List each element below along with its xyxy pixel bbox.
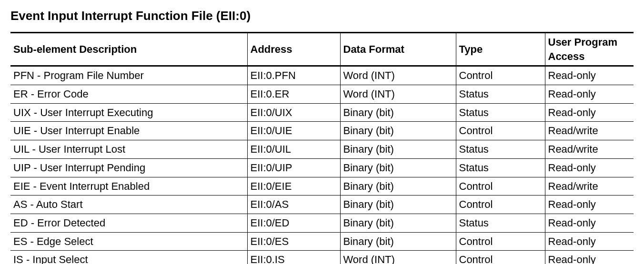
cell-address: EII:0/UIX bbox=[247, 103, 340, 122]
cell-address: EII:0/ED bbox=[247, 214, 340, 232]
cell-data-format: Word (INT) bbox=[340, 85, 456, 104]
col-header-access: User Program Access bbox=[545, 33, 634, 66]
cell-type: Status bbox=[456, 140, 545, 159]
cell-data-format: Binary (bit) bbox=[340, 103, 456, 122]
cell-access: Read-only bbox=[545, 251, 634, 264]
cell-data-format: Binary (bit) bbox=[340, 140, 456, 159]
cell-type: Control bbox=[456, 232, 545, 251]
cell-type: Control bbox=[456, 177, 545, 196]
cell-address: EII:0.ER bbox=[247, 85, 340, 104]
page-title: Event Input Interrupt Function File (EII… bbox=[10, 9, 634, 23]
cell-description: EIE - Event Interrupt Enabled bbox=[10, 177, 247, 196]
cell-data-format: Binary (bit) bbox=[340, 232, 456, 251]
cell-access: Read-only bbox=[545, 85, 634, 104]
table-row: UIE - User Interrupt EnableEII:0/UIEBina… bbox=[10, 122, 634, 140]
cell-access: Read-only bbox=[545, 196, 634, 214]
cell-access: Read-only bbox=[545, 232, 634, 251]
cell-description: ER - Error Code bbox=[10, 85, 247, 104]
table-row: UIP - User Interrupt PendingEII:0/UIPBin… bbox=[10, 158, 634, 177]
table-row: PFN - Program File NumberEII:0.PFNWord (… bbox=[10, 66, 634, 85]
table-row: AS - Auto StartEII:0/ASBinary (bit)Contr… bbox=[10, 196, 634, 214]
cell-data-format: Word (INT) bbox=[340, 251, 456, 264]
cell-address: EII:0/UIP bbox=[247, 158, 340, 177]
cell-description: UIX - User Interrupt Executing bbox=[10, 103, 247, 122]
cell-description: PFN - Program File Number bbox=[10, 66, 247, 85]
cell-data-format: Binary (bit) bbox=[340, 122, 456, 140]
cell-description: AS - Auto Start bbox=[10, 196, 247, 214]
table-row: ES - Edge SelectEII:0/ESBinary (bit)Cont… bbox=[10, 232, 634, 251]
cell-type: Control bbox=[456, 66, 545, 85]
table-row: UIX - User Interrupt ExecutingEII:0/UIXB… bbox=[10, 103, 634, 122]
table-header-row: Sub-element Description Address Data For… bbox=[10, 33, 634, 66]
cell-description: ED - Error Detected bbox=[10, 214, 247, 232]
col-header-description: Sub-element Description bbox=[10, 33, 247, 66]
table-body: PFN - Program File NumberEII:0.PFNWord (… bbox=[10, 66, 634, 264]
col-header-data-format: Data Format bbox=[340, 33, 456, 66]
table-row: IS - Input SelectEII:0.ISWord (INT)Contr… bbox=[10, 251, 634, 264]
cell-address: EII:0.PFN bbox=[247, 66, 340, 85]
cell-access: Read-only bbox=[545, 214, 634, 232]
cell-access: Read-only bbox=[545, 66, 634, 85]
cell-type: Status bbox=[456, 103, 545, 122]
function-file-table: Sub-element Description Address Data For… bbox=[10, 32, 634, 264]
cell-description: UIP - User Interrupt Pending bbox=[10, 158, 247, 177]
table-row: ER - Error CodeEII:0.ERWord (INT)StatusR… bbox=[10, 85, 634, 104]
table-row: ED - Error DetectedEII:0/EDBinary (bit)S… bbox=[10, 214, 634, 232]
cell-address: EII:0/AS bbox=[247, 196, 340, 214]
cell-data-format: Binary (bit) bbox=[340, 158, 456, 177]
cell-type: Status bbox=[456, 214, 545, 232]
cell-address: EII:0/UIE bbox=[247, 122, 340, 140]
cell-address: EII:0.IS bbox=[247, 251, 340, 264]
table-row: UIL - User Interrupt LostEII:0/UILBinary… bbox=[10, 140, 634, 159]
cell-access: Read/write bbox=[545, 122, 634, 140]
cell-data-format: Binary (bit) bbox=[340, 177, 456, 196]
cell-data-format: Binary (bit) bbox=[340, 214, 456, 232]
cell-access: Read/write bbox=[545, 140, 634, 159]
cell-access: Read-only bbox=[545, 158, 634, 177]
table-row: EIE - Event Interrupt EnabledEII:0/EIEBi… bbox=[10, 177, 634, 196]
cell-address: EII:0/UIL bbox=[247, 140, 340, 159]
cell-type: Status bbox=[456, 158, 545, 177]
cell-type: Control bbox=[456, 251, 545, 264]
cell-data-format: Binary (bit) bbox=[340, 196, 456, 214]
cell-description: IS - Input Select bbox=[10, 251, 247, 264]
cell-description: UIL - User Interrupt Lost bbox=[10, 140, 247, 159]
cell-type: Status bbox=[456, 85, 545, 104]
cell-type: Control bbox=[456, 122, 545, 140]
cell-access: Read/write bbox=[545, 177, 634, 196]
cell-address: EII:0/EIE bbox=[247, 177, 340, 196]
col-header-address: Address bbox=[247, 33, 340, 66]
col-header-type: Type bbox=[456, 33, 545, 66]
cell-description: ES - Edge Select bbox=[10, 232, 247, 251]
cell-address: EII:0/ES bbox=[247, 232, 340, 251]
cell-type: Control bbox=[456, 196, 545, 214]
cell-data-format: Word (INT) bbox=[340, 66, 456, 85]
cell-access: Read-only bbox=[545, 103, 634, 122]
cell-description: UIE - User Interrupt Enable bbox=[10, 122, 247, 140]
